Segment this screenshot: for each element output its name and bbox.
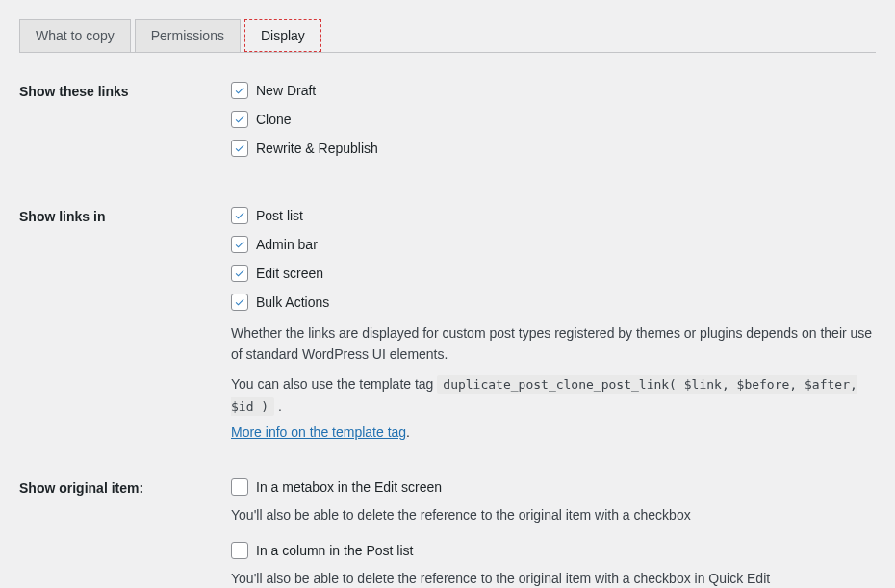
tab-what-to-copy[interactable]: What to copy xyxy=(19,19,131,52)
label-edit-screen: Edit screen xyxy=(256,266,323,281)
label-show-original: Show original item: xyxy=(19,478,231,496)
link-template-tag-info[interactable]: More info on the template tag xyxy=(231,424,406,440)
tab-display[interactable]: Display xyxy=(244,19,321,52)
label-rewrite-republish: Rewrite & Republish xyxy=(256,141,378,156)
option-clone: Clone xyxy=(231,111,876,128)
checkbox-post-list[interactable] xyxy=(231,207,248,224)
desc-template-tag: You can also use the template tag duplic… xyxy=(231,373,876,418)
label-post-list: Post list xyxy=(256,208,303,223)
label-column: In a column in the Post list xyxy=(256,543,413,558)
label-admin-bar: Admin bar xyxy=(256,237,318,252)
content-show-original: In a metabox in the Edit screen You'll a… xyxy=(231,478,876,588)
desc-metabox: You'll also be able to delete the refere… xyxy=(231,507,876,523)
label-show-links-in: Show links in xyxy=(19,207,231,224)
content-show-links-in: Post list Admin bar Edit screen Bulk Act… xyxy=(231,207,876,440)
row-show-links: Show these links New Draft Clone Rewrite… xyxy=(19,82,876,168)
label-new-draft: New Draft xyxy=(256,83,316,98)
option-metabox: In a metabox in the Edit screen xyxy=(231,478,876,496)
option-rewrite-republish: Rewrite & Republish xyxy=(231,140,876,157)
label-bulk-actions: Bulk Actions xyxy=(256,294,329,310)
label-show-links: Show these links xyxy=(19,82,231,99)
option-admin-bar: Admin bar xyxy=(231,236,876,253)
option-post-list: Post list xyxy=(231,207,876,224)
checkbox-admin-bar[interactable] xyxy=(231,236,248,253)
checkbox-edit-screen[interactable] xyxy=(231,265,248,282)
option-bulk-actions: Bulk Actions xyxy=(231,294,876,311)
label-metabox: In a metabox in the Edit screen xyxy=(256,479,442,495)
row-show-original: Show original item: In a metabox in the … xyxy=(19,478,876,588)
checkbox-bulk-actions[interactable] xyxy=(231,294,248,311)
desc-template-prefix: You can also use the template tag xyxy=(231,376,437,392)
checkbox-column[interactable] xyxy=(231,542,248,559)
label-clone: Clone xyxy=(256,112,292,127)
desc-column: You'll also be able to delete the refere… xyxy=(231,571,876,586)
settings-tabs: What to copy Permissions Display xyxy=(19,19,876,53)
tab-permissions[interactable]: Permissions xyxy=(135,19,241,52)
desc-custom-post-types: Whether the links are displayed for cust… xyxy=(231,322,876,366)
option-new-draft: New Draft xyxy=(231,82,876,99)
checkbox-metabox[interactable] xyxy=(231,478,248,496)
checkbox-clone[interactable] xyxy=(231,111,248,128)
option-column: In a column in the Post list xyxy=(231,542,876,559)
content-show-links: New Draft Clone Rewrite & Republish xyxy=(231,82,876,168)
row-show-links-in: Show links in Post list Admin bar Edit s… xyxy=(19,207,876,440)
checkbox-rewrite-republish[interactable] xyxy=(231,140,248,157)
desc-template-suffix: . xyxy=(278,398,282,414)
checkbox-new-draft[interactable] xyxy=(231,82,248,99)
option-edit-screen: Edit screen xyxy=(231,265,876,282)
